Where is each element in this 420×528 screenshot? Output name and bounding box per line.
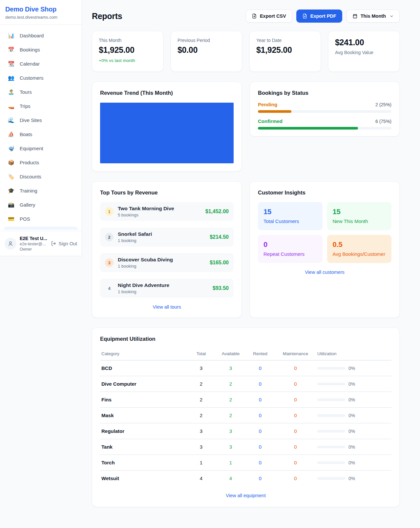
training-icon: 🎓 xyxy=(7,188,15,193)
sidebar-item-discounts[interactable]: 🏷️ Discounts xyxy=(4,170,78,184)
cell-utilization: 0% xyxy=(316,408,391,423)
tile-label: New This Month xyxy=(333,218,386,224)
tile-value: 15 xyxy=(333,208,386,216)
user-name: E2E Test U... xyxy=(20,236,48,241)
cell-total: 3 xyxy=(186,423,216,439)
user-panel: E2E Test U... e2e-tester@... Owner Sign … xyxy=(0,231,82,256)
tour-name: Two Tank Morning Dive xyxy=(118,206,201,212)
sidebar-item-equipment[interactable]: 🤿 Equipment xyxy=(4,141,78,155)
sidebar-item-bookings[interactable]: 📅 Bookings xyxy=(4,43,78,57)
view-all-customers-link[interactable]: View all customers xyxy=(258,270,391,275)
utilization-bar xyxy=(317,398,345,401)
export-csv-button[interactable]: Export CSV xyxy=(246,10,292,23)
utilization-percent: 0% xyxy=(348,397,355,402)
equipment-icon: 🤿 xyxy=(7,146,15,151)
view-all-equipment-link[interactable]: View all equipment xyxy=(100,493,391,498)
tour-meta: Snorkel Safari 1 booking xyxy=(118,231,205,243)
tour-list: 1 Two Tank Morning Dive 5 bookings $1,45… xyxy=(100,202,234,298)
sidebar-item-label: Customers xyxy=(20,75,44,81)
tile-label: Avg Bookings/Customer xyxy=(333,251,386,257)
sidebar-item-label: Bookings xyxy=(20,47,40,52)
discounts-icon: 🏷️ xyxy=(7,174,15,179)
col-rented: Rented xyxy=(245,348,275,360)
utilization-bar xyxy=(317,477,345,480)
status-bar-track xyxy=(258,127,391,130)
cell-maintenance: 0 xyxy=(275,455,316,471)
export-pdf-button[interactable]: Export PDF xyxy=(296,10,342,23)
utilization-bar xyxy=(317,446,345,448)
cell-maintenance: 0 xyxy=(275,439,316,455)
tour-list-item: 2 Snorkel Safari 1 booking $214.50 xyxy=(100,228,234,247)
sidebar-item-dashboard[interactable]: 📊 Dashboard xyxy=(4,29,78,43)
status-group-confirmed: Confirmed 6 (75%) xyxy=(258,118,391,130)
col-total: Total xyxy=(186,348,216,360)
status-label: Confirmed xyxy=(258,118,283,124)
brand-name[interactable]: Demo Dive Shop xyxy=(5,6,76,13)
col-maintenance: Maintenance xyxy=(275,348,316,360)
rank-badge: 1 xyxy=(105,207,114,216)
stat-value: $1,925.00 xyxy=(99,45,157,55)
insights-row: Top Tours by Revenue 1 Two Tank Morning … xyxy=(92,181,400,318)
charts-row: Revenue Trend (This Month) Bookings by S… xyxy=(92,82,400,172)
stat-label: This Month xyxy=(99,38,157,43)
tour-list-item: 3 Discover Scuba Diving 1 booking $165.0… xyxy=(100,253,234,272)
period-dropdown[interactable]: This Month xyxy=(346,10,400,23)
table-row: Fins 2 2 0 0 0% xyxy=(100,392,391,408)
sidebar-item-training[interactable]: 🎓 Training xyxy=(4,184,78,198)
sidebar-item-trips[interactable]: 🚤 Trips xyxy=(4,99,78,113)
stat-card-avg-booking-value: $241.00 Avg Booking Value xyxy=(328,31,400,72)
utilization-bar xyxy=(317,461,345,464)
cell-category: Mask xyxy=(100,408,186,423)
sidebar-item-tours[interactable]: 🏝️ Tours xyxy=(4,85,78,99)
tile-value: 0 xyxy=(263,240,317,249)
cell-category: Dive Computer xyxy=(100,376,186,392)
header-actions: Export CSV Export PDF This Month xyxy=(246,10,400,23)
cell-rented: 0 xyxy=(245,360,275,376)
equipment-utilization-title: Equipment Utilization xyxy=(100,336,391,342)
products-icon: 📦 xyxy=(7,160,15,165)
customer-insights-title: Customer Insights xyxy=(258,190,391,196)
sidebar-item-pos[interactable]: 💳 POS xyxy=(4,212,78,226)
status-bar-track xyxy=(258,110,391,113)
view-all-tours-link[interactable]: View all tours xyxy=(100,304,234,310)
table-row: Tank 3 3 0 0 0% xyxy=(100,439,391,455)
utilization-bar xyxy=(317,367,345,370)
status-row: Confirmed 6 (75%) xyxy=(258,118,391,124)
sidebar-item-products[interactable]: 📦 Products xyxy=(4,155,78,170)
cell-total: 2 xyxy=(186,408,216,423)
stat-card-this-month: This Month $1,925.00 +0% vs last month xyxy=(92,31,163,72)
cell-rented: 0 xyxy=(245,471,275,486)
sidebar-item-label: Trips xyxy=(20,103,31,109)
page-title: Reports xyxy=(92,11,122,21)
sign-out-button[interactable]: Sign Out xyxy=(51,241,77,246)
table-row: Torch 1 1 0 0 0% xyxy=(100,455,391,471)
sidebar-item-label: Discounts xyxy=(20,174,41,179)
export-pdf-label: Export PDF xyxy=(310,13,336,19)
sidebar-item-dive-sites[interactable]: 🌊 Dive Sites xyxy=(4,113,78,127)
status-bar-fill xyxy=(258,110,291,113)
cell-available: 3 xyxy=(216,360,245,376)
trips-icon: 🚤 xyxy=(7,104,15,109)
revenue-trend-title: Revenue Trend (This Month) xyxy=(100,90,234,96)
user-meta: E2E Test U... e2e-tester@... Owner xyxy=(20,236,48,252)
sidebar-item-customers[interactable]: 👥 Customers xyxy=(4,71,78,85)
status-label: Pending xyxy=(258,102,277,107)
sidebar-item-gallery[interactable]: 📸 Gallery xyxy=(4,198,78,212)
sidebar: Demo Dive Shop demo.test.divestreams.com… xyxy=(0,0,82,256)
status-count: 2 (25%) xyxy=(375,102,391,107)
utilization-percent: 0% xyxy=(348,476,355,481)
tile-value: 0.5 xyxy=(333,240,386,249)
sidebar-item-reports-active-partial[interactable] xyxy=(4,227,78,230)
cell-category: Fins xyxy=(100,392,186,408)
tile-new-this-month: 15 New This Month xyxy=(327,202,392,230)
cell-available: 3 xyxy=(216,423,245,439)
sidebar-item-calendar[interactable]: 📆 Calendar xyxy=(4,57,78,71)
cell-utilization: 0% xyxy=(316,392,391,408)
stat-card-previous-period: Previous Period $0.00 xyxy=(171,31,242,72)
sidebar-item-boats[interactable]: ⛵ Boats xyxy=(4,127,78,141)
boats-icon: ⛵ xyxy=(7,132,15,137)
bookings-by-status-card: Bookings by Status Pending 2 (25%) Confi… xyxy=(250,82,400,136)
status-count: 6 (75%) xyxy=(375,119,391,124)
stat-value: $1,925.00 xyxy=(256,45,314,55)
cell-category: Wetsuit xyxy=(100,471,186,486)
